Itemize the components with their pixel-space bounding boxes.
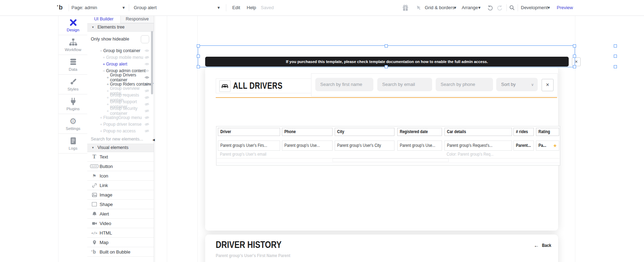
tree-item-popup-driver-license[interactable]: +Popup driver license	[87, 121, 154, 127]
collapse-toggle[interactable]: +	[103, 62, 105, 66]
panel-scrollbar[interactable]	[151, 31, 153, 94]
element-selector[interactable]: Group alert	[134, 0, 157, 15]
palette-item-html[interactable]: </> HTML	[87, 228, 154, 238]
gift-icon[interactable]	[402, 4, 409, 11]
cell-car-details[interactable]: Parent group's Request's...	[444, 141, 512, 151]
car-icon-box[interactable]	[219, 80, 231, 92]
eye-icon[interactable]	[145, 76, 149, 79]
sidebar-item-logs[interactable]: Logs	[58, 134, 88, 154]
cell-rides[interactable]: Parent...	[513, 141, 534, 151]
selection-handle[interactable]	[573, 65, 576, 68]
tree-item-group-security-container[interactable]: +Group security container	[87, 107, 154, 114]
eye-slash-icon[interactable]	[145, 123, 149, 126]
driver-history-group[interactable]: DRIVER HISTORY Parent group's User's Fir…	[205, 235, 558, 262]
arrange-menu[interactable]: Arrange	[462, 0, 478, 15]
tree-item-floatinggroup-menu[interactable]: +FloatingGroup menu	[87, 114, 154, 121]
collapse-toggle[interactable]: +	[107, 75, 109, 80]
chevron-down-icon[interactable]: ▾	[548, 0, 550, 15]
selection-handle[interactable]	[573, 44, 576, 48]
palette-item-shape[interactable]: Shape	[87, 200, 154, 209]
sidebar-item-styles[interactable]: Styles	[58, 75, 88, 94]
column-header-city[interactable]: City	[335, 128, 394, 136]
clear-search-button[interactable]: ×	[542, 79, 554, 91]
chevron-down-icon[interactable]: ▾	[217, 0, 220, 15]
eye-icon[interactable]	[145, 69, 149, 73]
eye-icon[interactable]	[145, 82, 149, 86]
eye-slash-icon[interactable]	[145, 96, 149, 99]
cell-registered-date[interactable]: Parent group's Use...	[397, 141, 442, 151]
column-header-rides[interactable]: # rides	[513, 128, 534, 136]
collapse-toggle[interactable]: +	[100, 116, 102, 120]
collapse-toggle[interactable]: +	[103, 55, 105, 60]
collapse-toggle[interactable]: +	[107, 102, 109, 106]
search-icon[interactable]	[509, 5, 515, 11]
palette-item-video[interactable]: Video	[87, 219, 154, 228]
bubble-logo[interactable]: b	[59, 4, 63, 11]
column-header-phone[interactable]: Phone	[282, 128, 333, 136]
selection-handle[interactable]	[197, 65, 200, 68]
palette-item-alert[interactable]: Alert	[87, 209, 154, 219]
drivers-title-group[interactable]: ALL DRIVERS	[216, 79, 312, 93]
column-header-car-details[interactable]: Car details	[444, 128, 512, 136]
panel-collapse-icon[interactable]: ◀	[152, 138, 155, 142]
eye-slash-icon[interactable]	[145, 129, 149, 133]
eye-icon[interactable]	[145, 62, 149, 66]
palette-item-image[interactable]: Image	[87, 190, 154, 200]
eye-slash-icon[interactable]	[145, 56, 149, 59]
environment-selector[interactable]: Development	[521, 0, 548, 15]
tree-item-group-big-container[interactable]: −Group big container	[87, 47, 154, 54]
collapse-toggle[interactable]: −	[103, 69, 105, 73]
tab-ui-builder[interactable]: UI Builder	[87, 15, 120, 23]
palette-item-built-on-bubble[interactable]: b Built on Bubble	[87, 247, 154, 257]
elements-tree-header[interactable]: ▼Elements tree	[87, 23, 154, 32]
chevron-down-icon[interactable]: ▾	[454, 0, 456, 15]
chevron-down-icon[interactable]: ▾	[122, 0, 125, 15]
selection-handle[interactable]	[573, 55, 576, 58]
sidebar-item-workflow[interactable]: Workflow	[58, 35, 88, 55]
drivers-table[interactable]: Driver Phone City Registered date Car de…	[216, 126, 560, 166]
collapse-toggle[interactable]: +	[107, 109, 109, 113]
selection-handle[interactable]	[197, 44, 200, 48]
column-header-rating[interactable]: Rating	[536, 128, 559, 136]
cell-car-color[interactable]: Color: Parent group's Req...	[447, 152, 512, 157]
sidebar-item-plugins[interactable]: Plugins	[58, 94, 88, 114]
only-show-hideable-checkbox[interactable]	[141, 35, 149, 43]
sidebar-item-design[interactable]: Design	[58, 15, 88, 35]
cell-driver-name[interactable]: Parent group's User's Firs...	[218, 141, 280, 151]
collapse-toggle[interactable]: +	[107, 95, 109, 100]
collapse-toggle[interactable]: +	[107, 89, 109, 93]
eye-icon[interactable]	[145, 49, 149, 52]
selection-handle[interactable]	[385, 65, 388, 68]
column-header-driver[interactable]: Driver	[218, 128, 280, 136]
search-email-input[interactable]: Search by email	[377, 78, 432, 91]
eye-slash-icon[interactable]	[145, 102, 149, 106]
search-phone-input[interactable]: Search by phone	[436, 78, 493, 91]
search-first-name-input[interactable]: Search by first name	[315, 78, 373, 91]
tree-item-group-alert[interactable]: +Group alert	[87, 61, 154, 67]
width-bound-handle[interactable]	[614, 44, 617, 48]
new-elements-search-input[interactable]	[87, 134, 154, 144]
eye-slash-icon[interactable]	[145, 89, 149, 93]
cursor-icon[interactable]	[416, 5, 422, 11]
menu-edit[interactable]: Edit	[232, 0, 240, 15]
preview-link[interactable]: Preview	[557, 0, 573, 15]
cell-driver-email[interactable]: Parent group's User's email	[220, 152, 280, 157]
chevron-down-icon[interactable]: ▾	[478, 0, 481, 15]
page-selector[interactable]: Page: admin	[71, 0, 97, 15]
tab-responsive[interactable]: Responsive	[120, 15, 154, 23]
drivers-search-group[interactable]: Search by first name Search by email Sea…	[311, 73, 558, 96]
sidebar-item-settings[interactable]: ⚙ Settings	[58, 114, 88, 134]
tree-item-group-drivers-container[interactable]: +Group Drivers container	[87, 74, 154, 81]
redo-icon[interactable]	[497, 5, 503, 11]
eye-slash-icon[interactable]	[145, 116, 149, 119]
collapse-toggle[interactable]: +	[100, 129, 102, 133]
back-button[interactable]: ← Back	[534, 242, 553, 248]
collapse-toggle[interactable]: −	[100, 49, 102, 53]
column-header-registered-date[interactable]: Registered date	[397, 128, 442, 136]
palette-item-icon[interactable]: ⚑ Icon	[87, 171, 154, 181]
palette-item-text[interactable]: T Text	[87, 152, 154, 162]
tree-item-group-mobile-menu[interactable]: +Group mobile menu	[87, 54, 154, 61]
cell-phone[interactable]: Parent group's Use...	[282, 141, 333, 151]
tree-item-popup-no-access[interactable]: +Popup no access	[87, 127, 154, 134]
cell-city[interactable]: Parent group's User's City	[335, 141, 394, 151]
